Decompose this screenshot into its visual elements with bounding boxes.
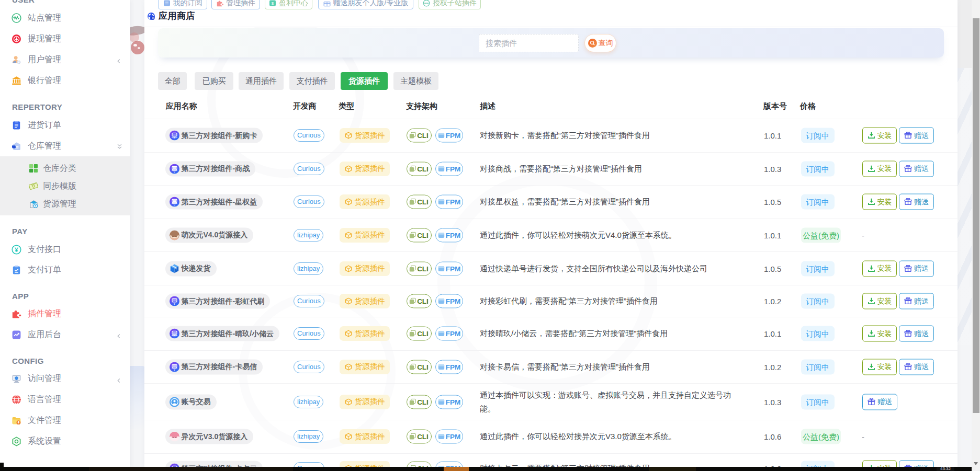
svg-text:$: $	[272, 1, 274, 6]
svg-text:ww: ww	[424, 2, 429, 5]
